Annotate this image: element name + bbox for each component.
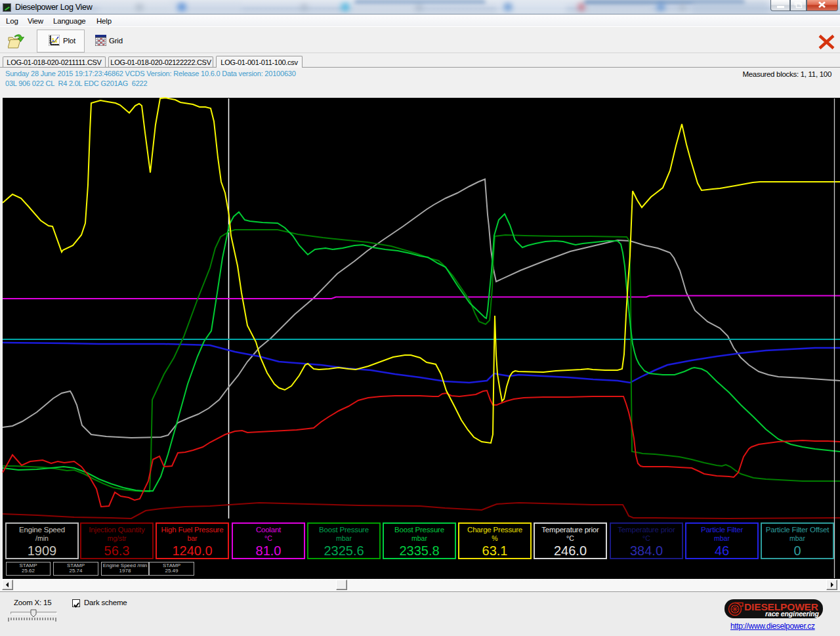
svg-text:race engineering: race engineering (765, 610, 820, 618)
